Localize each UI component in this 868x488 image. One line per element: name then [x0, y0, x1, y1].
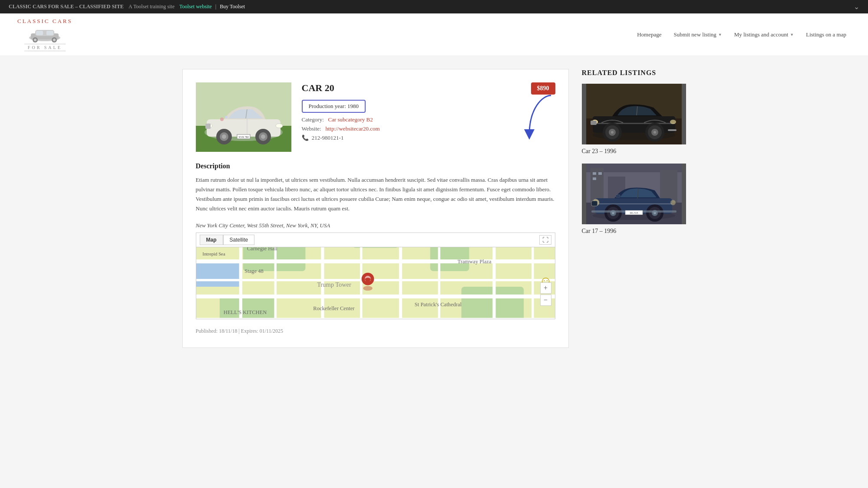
phone-icon: 📞 [302, 134, 309, 141]
nav-listings-map[interactable]: Listings on a map [802, 29, 851, 41]
description-title: Description [196, 162, 555, 170]
map-zoom-in-button[interactable]: + [540, 282, 551, 294]
car-main-image: XVR 7BJ [196, 82, 291, 152]
map-zoom-out-button[interactable]: − [540, 295, 551, 306]
subtitle: A Toolset training site [129, 3, 175, 10]
buy-toolset-link[interactable]: Buy Toolset [220, 3, 245, 10]
related-car17-image: DG 515 [582, 164, 686, 224]
svg-text:Carnegie Hall: Carnegie Hall [247, 247, 277, 252]
price-badge: $890 [531, 82, 555, 95]
map-svg: Carnegie Hall Central Park Zoo Park Aven… [196, 247, 555, 319]
svg-rect-44 [360, 247, 362, 319]
svg-text:XVR 7BJ: XVR 7BJ [238, 136, 249, 138]
map-tab-satellite[interactable]: Satellite [223, 235, 255, 245]
svg-rect-106 [591, 201, 597, 206]
svg-rect-35 [196, 263, 239, 287]
category-row: Category: Car subcategory B2 [302, 116, 555, 123]
related-car17-title: Car 17 – 1996 [582, 228, 686, 235]
svg-text:Rockefeller Center: Rockefeller Center [313, 305, 355, 311]
svg-point-105 [670, 200, 676, 205]
svg-text:Trump Tower: Trump Tower [317, 281, 351, 288]
svg-rect-34 [461, 287, 524, 319]
car-title: CAR 20 [302, 82, 334, 94]
svg-text:HELL'S KITCHEN: HELL'S KITCHEN [223, 309, 267, 315]
svg-rect-95 [595, 203, 672, 204]
map-body: Carnegie Hall Central Park Zoo Park Aven… [196, 247, 555, 319]
related-item-car23[interactable]: Car 23 – 1996 [582, 84, 686, 155]
svg-rect-7 [36, 31, 43, 35]
svg-point-25 [220, 118, 224, 121]
svg-rect-37 [196, 279, 555, 281]
map-toolbar: Map Satellite ⛶ [196, 233, 555, 247]
main-content: XVR 7BJ CAR 20 $890 Production year: 198… [182, 69, 569, 348]
svg-rect-46 [438, 247, 440, 319]
svg-text:Stage 48: Stage 48 [244, 268, 264, 274]
nav-submit-listing[interactable]: Submit new listing ▼ [670, 29, 726, 41]
svg-rect-89 [593, 172, 596, 175]
svg-rect-90 [598, 172, 602, 175]
page-wrapper: XVR 7BJ CAR 20 $890 Production year: 198… [174, 56, 695, 361]
svg-point-78 [653, 131, 656, 134]
svg-point-80 [670, 120, 676, 124]
svg-rect-36 [196, 260, 555, 264]
listing-top: XVR 7BJ CAR 20 $890 Production year: 198… [196, 82, 555, 152]
related-car23-svg [582, 84, 686, 144]
main-nav: Homepage Submit new listing ▼ My listing… [633, 29, 851, 41]
svg-text:DG 515: DG 515 [630, 212, 638, 214]
svg-rect-110 [616, 195, 620, 197]
svg-rect-47 [492, 247, 495, 319]
top-bar-chevron[interactable]: ⌄ [854, 3, 859, 11]
listing-info-top: CAR 20 $890 [302, 82, 555, 95]
svg-rect-41 [239, 247, 242, 319]
nav-homepage[interactable]: Homepage [633, 29, 666, 41]
website-link[interactable]: http://websitecar20.com [325, 125, 380, 132]
svg-text:St Patrick's Cathedral: St Patrick's Cathedral [414, 301, 462, 308]
svg-point-23 [276, 124, 283, 128]
svg-rect-69 [593, 123, 675, 124]
svg-rect-88 [660, 170, 677, 203]
category-link[interactable]: Car subcategory B2 [328, 116, 373, 123]
related-car23-image [582, 84, 686, 144]
svg-rect-42 [274, 247, 276, 319]
car-image: XVR 7BJ [196, 82, 291, 152]
map-fullscreen-button[interactable]: ⛶ [539, 235, 551, 245]
svg-rect-38 [196, 295, 555, 298]
map-tab-map[interactable]: Map [200, 235, 223, 245]
toolset-website-link[interactable]: Toolset website [179, 3, 212, 10]
phone-number: 212-980121-1 [312, 134, 344, 141]
category-label: Category: [302, 116, 324, 123]
logo-car-icon [27, 26, 62, 43]
svg-rect-81 [591, 121, 597, 125]
phone-row: 📞 212-980121-1 [302, 134, 555, 141]
website-row: Website: http://websitecar20.com [302, 125, 555, 132]
map-container: Map Satellite ⛶ [196, 233, 555, 319]
logo-title: CLASSIC CARS [17, 18, 73, 25]
site-title: CLASSIC CARS FOR SALE – CLASSIFIED SITE [9, 3, 124, 10]
published-line: Published: 18/11/18 | Expires: 01/11/202… [196, 328, 555, 334]
top-bar: CLASSIC CARS FOR SALE – CLASSIFIED SITE … [0, 0, 868, 13]
svg-point-26 [225, 116, 228, 118]
address-line: New York City Center, West 55th Street, … [196, 222, 555, 229]
logo-forsale: FOR SALE [24, 44, 66, 51]
svg-rect-45 [399, 247, 402, 319]
logo: CLASSIC CARS FOR SALE [17, 18, 73, 51]
sidebar: RELATED LISTINGS [582, 69, 686, 348]
production-year-box: Production year: 1980 [302, 100, 366, 113]
svg-rect-24 [205, 124, 211, 129]
svg-rect-91 [593, 177, 596, 180]
svg-text:Tramway Plaza: Tramway Plaza [457, 259, 491, 265]
svg-point-4 [34, 39, 36, 41]
listing-info: CAR 20 $890 Production year: 1980 Catego… [302, 82, 555, 152]
related-listings-title: RELATED LISTINGS [582, 69, 686, 77]
nav-my-listings[interactable]: My listings and account ▼ [730, 29, 799, 41]
chevron-down-icon: ▼ [718, 33, 722, 37]
svg-point-18 [222, 134, 226, 139]
website-label: Website: [302, 125, 321, 132]
related-car17-svg: DG 515 [582, 164, 686, 224]
svg-rect-82 [668, 129, 677, 131]
related-item-car17[interactable]: DG 515 Car 17 – 1996 [582, 164, 686, 235]
map-zoom-controls: + − [540, 282, 551, 306]
description-text: Etiam rutrum dolor ut nul la impordiet, … [196, 175, 555, 213]
svg-point-21 [261, 134, 265, 139]
top-bar-left: CLASSIC CARS FOR SALE – CLASSIFIED SITE … [9, 3, 246, 10]
